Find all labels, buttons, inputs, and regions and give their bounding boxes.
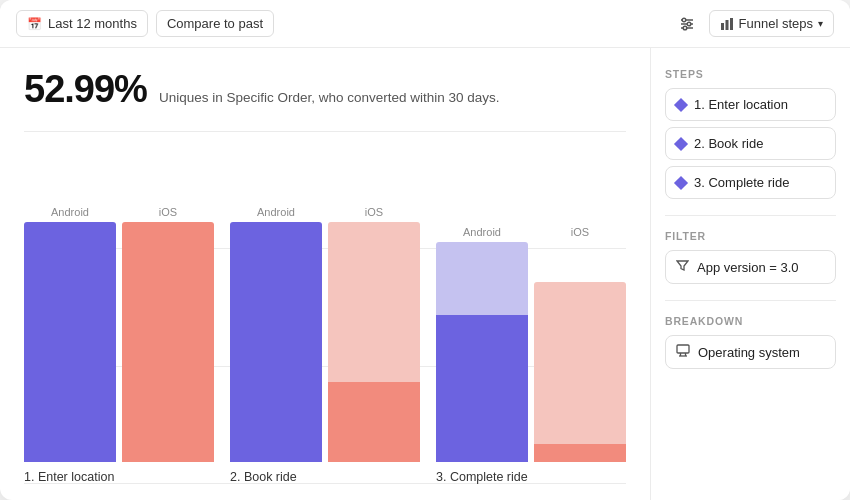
divider-1 bbox=[665, 215, 836, 216]
sidebar-step-2[interactable]: 2. Book ride bbox=[665, 127, 836, 160]
svg-rect-8 bbox=[730, 18, 733, 30]
chevron-down-icon: ▾ bbox=[818, 18, 823, 29]
android-label-2: Android bbox=[230, 206, 322, 218]
breakdown-section-title: BREAKDOWN bbox=[665, 315, 836, 327]
toolbar: 📅 Last 12 months Compare to past bbox=[0, 0, 850, 48]
diamond-icon-3 bbox=[674, 175, 688, 189]
sidebar-filter[interactable]: App version = 3.0 bbox=[665, 250, 836, 284]
ios-bar-2-unconverted bbox=[328, 222, 420, 382]
svg-rect-7 bbox=[725, 20, 728, 30]
date-range-button[interactable]: 📅 Last 12 months bbox=[16, 10, 148, 37]
sidebar: STEPS 1. Enter location 2. Book ride 3. … bbox=[650, 48, 850, 500]
toolbar-left: 📅 Last 12 months Compare to past bbox=[16, 10, 274, 37]
ios-label-1: iOS bbox=[122, 206, 214, 218]
svg-point-4 bbox=[687, 22, 691, 26]
metric-description: Uniques in Specific Order, who converted… bbox=[159, 90, 500, 105]
android-bar-3-unconverted bbox=[436, 242, 528, 315]
funnel-steps-button[interactable]: Funnel steps ▾ bbox=[709, 10, 834, 37]
date-range-label: Last 12 months bbox=[48, 16, 137, 31]
bar-labels-1: Android iOS bbox=[24, 206, 214, 218]
metric-row: 52.99% Uniques in Specific Order, who co… bbox=[24, 68, 626, 111]
os-icon bbox=[676, 344, 690, 360]
bars-2 bbox=[230, 222, 420, 462]
android-label-3: Android bbox=[436, 226, 528, 238]
svg-rect-6 bbox=[721, 23, 724, 30]
bar-labels-2: Android iOS bbox=[230, 206, 420, 218]
conversion-rate: 52.99% bbox=[24, 68, 147, 111]
android-bar-2-converted bbox=[230, 222, 322, 462]
android-label-1: Android bbox=[24, 206, 116, 218]
ios-bar-2 bbox=[328, 222, 420, 462]
group-complete-ride: Android iOS bbox=[436, 226, 626, 484]
ios-bar-3 bbox=[534, 282, 626, 462]
ios-bar-3-unconverted bbox=[534, 282, 626, 444]
ios-bar-2-converted bbox=[328, 382, 420, 462]
svg-rect-9 bbox=[677, 345, 689, 353]
android-bar-3-converted bbox=[436, 315, 528, 462]
svg-point-5 bbox=[683, 26, 687, 30]
toolbar-right: Funnel steps ▾ bbox=[673, 10, 834, 37]
step-2-label: 2. Book ride bbox=[694, 136, 763, 151]
funnel-steps-label: Funnel steps bbox=[739, 16, 813, 31]
chart-container: Android iOS 1. Enter location Android bbox=[24, 131, 626, 484]
main-content: 52.99% Uniques in Specific Order, who co… bbox=[0, 48, 850, 500]
android-bar-2 bbox=[230, 222, 322, 462]
filter-section-title: FILTER bbox=[665, 230, 836, 242]
ios-bar-1 bbox=[122, 222, 214, 462]
compare-button[interactable]: Compare to past bbox=[156, 10, 274, 37]
group-label-1: 1. Enter location bbox=[24, 470, 214, 484]
sidebar-step-1[interactable]: 1. Enter location bbox=[665, 88, 836, 121]
svg-point-3 bbox=[682, 18, 686, 22]
ios-label-2: iOS bbox=[328, 206, 420, 218]
filter-label: App version = 3.0 bbox=[697, 260, 799, 275]
bars-3 bbox=[436, 242, 626, 462]
funnel-icon bbox=[676, 259, 689, 275]
diamond-icon-1 bbox=[674, 97, 688, 111]
sidebar-breakdown[interactable]: Operating system bbox=[665, 335, 836, 369]
bars-1 bbox=[24, 222, 214, 462]
chart-bar-icon bbox=[720, 17, 734, 31]
android-bar-1 bbox=[24, 222, 116, 462]
android-bar-3 bbox=[436, 242, 528, 462]
ios-bar-3-converted bbox=[534, 444, 626, 462]
diamond-icon-2 bbox=[674, 136, 688, 150]
group-enter-location: Android iOS 1. Enter location bbox=[24, 206, 214, 484]
sidebar-step-3[interactable]: 3. Complete ride bbox=[665, 166, 836, 199]
ios-label-3: iOS bbox=[534, 226, 626, 238]
compare-label: Compare to past bbox=[167, 16, 263, 31]
bar-labels-3: Android iOS bbox=[436, 226, 626, 238]
group-label-2: 2. Book ride bbox=[230, 470, 420, 484]
steps-section-title: STEPS bbox=[665, 68, 836, 80]
step-3-label: 3. Complete ride bbox=[694, 175, 789, 190]
chart-area: 52.99% Uniques in Specific Order, who co… bbox=[0, 48, 650, 500]
divider-2 bbox=[665, 300, 836, 301]
filter-icon-button[interactable] bbox=[673, 12, 701, 36]
step-1-label: 1. Enter location bbox=[694, 97, 788, 112]
funnel-groups: Android iOS 1. Enter location Android bbox=[24, 131, 626, 484]
breakdown-label: Operating system bbox=[698, 345, 800, 360]
sliders-icon bbox=[679, 16, 695, 32]
calendar-icon: 📅 bbox=[27, 17, 42, 31]
app-window: 📅 Last 12 months Compare to past bbox=[0, 0, 850, 500]
group-label-3: 3. Complete ride bbox=[436, 470, 626, 484]
group-book-ride: Android iOS bbox=[230, 206, 420, 484]
